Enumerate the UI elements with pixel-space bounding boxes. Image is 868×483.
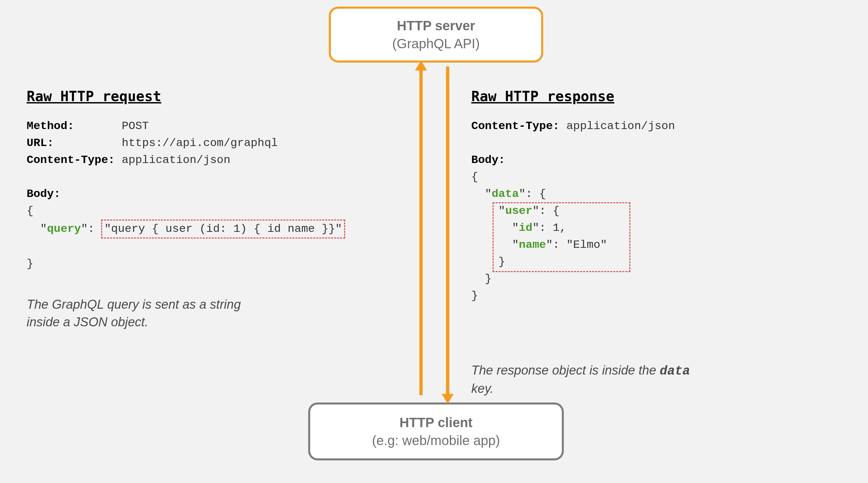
diagram-canvas: HTTP server (GraphQL API) HTTP client (e… xyxy=(0,0,868,483)
server-subtitle: (GraphQL API) xyxy=(392,35,479,53)
req-brace-open: { xyxy=(27,204,33,217)
response-caption-pre: The response object is inside the xyxy=(471,363,660,377)
response-caption-post: key. xyxy=(471,382,494,395)
res-l3b: ": { xyxy=(532,204,560,217)
request-block: Method: POST URL: https://api.com/graphq… xyxy=(27,118,379,272)
response-panel: Raw HTTP response Content-Type: applicat… xyxy=(471,88,831,397)
req-body-label: Body: xyxy=(27,188,61,200)
res-l2a: " xyxy=(471,188,492,200)
res-l6: } xyxy=(471,255,505,268)
response-heading: Raw HTTP response xyxy=(471,88,831,104)
server-title: HTTP server xyxy=(397,17,475,35)
user-key: user xyxy=(505,204,532,217)
req-ctype-value: application/json xyxy=(122,154,230,166)
request-arrow xyxy=(420,67,423,395)
method-value: POST xyxy=(122,120,149,132)
query-key: query xyxy=(47,223,81,235)
req-q-mid: ": xyxy=(81,223,101,235)
res-l3a: " xyxy=(471,204,505,217)
res-body-label: Body: xyxy=(471,154,505,166)
data-key: data xyxy=(492,188,519,200)
method-label: Method: xyxy=(27,120,74,132)
res-l1: { xyxy=(471,171,478,183)
req-q-open: " xyxy=(27,223,47,235)
request-heading: Raw HTTP request xyxy=(27,88,379,104)
res-l7: } xyxy=(471,272,492,285)
response-caption-code: data xyxy=(660,364,690,378)
res-l2b: ": { xyxy=(519,188,546,200)
name-key: name xyxy=(519,238,546,251)
res-l8: } xyxy=(471,289,478,302)
response-caption: The response object is inside the data k… xyxy=(471,362,831,397)
res-l4a: " xyxy=(471,222,519,234)
response-arrowhead-icon xyxy=(442,394,454,404)
response-arrow xyxy=(446,67,449,395)
res-l5a: " xyxy=(471,238,519,251)
request-caption: The GraphQL query is sent as a string in… xyxy=(27,296,379,331)
req-ctype-label: Content-Type: xyxy=(27,154,115,166)
request-panel: Raw HTTP request Method: POST URL: https… xyxy=(27,88,379,331)
res-ctype-value: application/json xyxy=(566,120,675,132)
res-l5b: ": "Elmo" xyxy=(546,238,607,251)
response-block: Content-Type: application/json Body: { "… xyxy=(471,118,831,338)
query-value-highlight: "query { user (id: 1) { id name }}" xyxy=(101,220,345,238)
res-ctype-label: Content-Type: xyxy=(471,120,559,132)
url-value: https://api.com/graphql xyxy=(122,137,278,149)
url-label: URL: xyxy=(27,137,54,149)
client-subtitle: (e.g: web/mobile app) xyxy=(372,431,500,449)
client-node: HTTP client (e.g: web/mobile app) xyxy=(308,402,564,460)
client-title: HTTP client xyxy=(399,414,472,431)
request-arrowhead-icon xyxy=(415,61,427,70)
res-l4b: ": 1, xyxy=(532,222,566,234)
id-key: id xyxy=(519,222,532,234)
server-node: HTTP server (GraphQL API) xyxy=(329,7,543,63)
req-brace-close: } xyxy=(27,257,33,270)
